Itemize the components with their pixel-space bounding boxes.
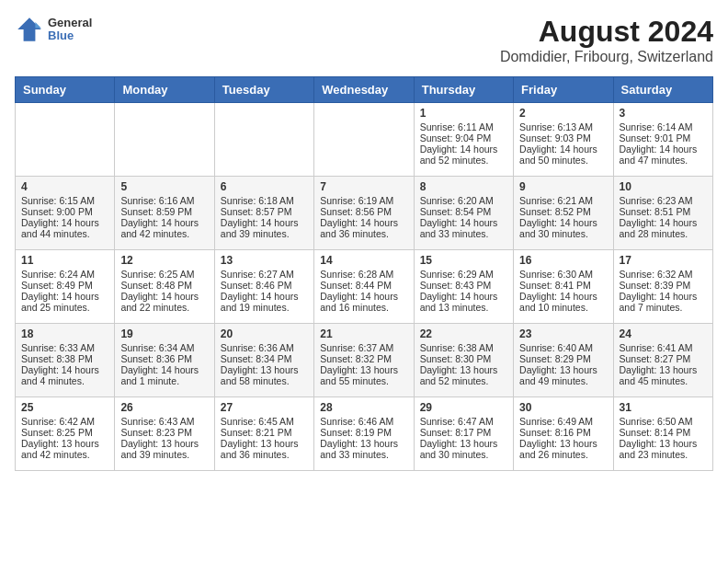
day-info: Daylight: 13 hours and 55 minutes.	[320, 364, 407, 386]
header-day: Monday	[115, 77, 214, 103]
day-info: Sunset: 9:00 PM	[21, 206, 108, 217]
day-info: Sunrise: 6:37 AM	[320, 342, 407, 353]
day-number: 4	[21, 180, 108, 193]
day-info: Sunset: 8:51 PM	[620, 206, 707, 217]
day-number: 26	[120, 401, 208, 414]
day-info: Sunset: 8:46 PM	[221, 280, 308, 291]
day-number: 8	[420, 180, 507, 193]
day-info: Sunrise: 6:15 AM	[21, 195, 108, 206]
calendar-cell: 13Sunrise: 6:27 AMSunset: 8:46 PMDayligh…	[214, 250, 313, 324]
calendar-week-row: 4Sunrise: 6:15 AMSunset: 9:00 PMDaylight…	[16, 177, 713, 250]
calendar-cell: 21Sunrise: 6:37 AMSunset: 8:32 PMDayligh…	[314, 324, 414, 397]
day-info: Sunset: 8:49 PM	[21, 280, 108, 291]
day-info: Sunset: 8:30 PM	[420, 353, 507, 364]
day-number: 16	[519, 254, 607, 267]
day-number: 30	[519, 401, 607, 414]
header-day: Thursday	[414, 77, 513, 103]
header-day: Wednesday	[314, 77, 414, 103]
day-info: Sunset: 8:41 PM	[519, 280, 607, 291]
calendar-cell: 31Sunrise: 6:50 AMSunset: 8:14 PMDayligh…	[613, 397, 712, 471]
day-info: Sunset: 8:54 PM	[420, 206, 507, 217]
day-number: 17	[620, 254, 707, 267]
day-number: 23	[519, 327, 607, 340]
day-info: Sunrise: 6:32 AM	[620, 269, 707, 280]
calendar-cell: 6Sunrise: 6:18 AMSunset: 8:57 PMDaylight…	[214, 177, 313, 250]
header-day: Friday	[514, 77, 613, 103]
day-number: 11	[21, 254, 108, 267]
day-info: Sunrise: 6:19 AM	[320, 195, 407, 206]
day-number: 27	[221, 401, 308, 414]
calendar-cell: 16Sunrise: 6:30 AMSunset: 8:41 PMDayligh…	[514, 250, 613, 324]
day-info: Daylight: 14 hours and 36 minutes.	[320, 217, 407, 239]
day-info: Sunrise: 6:38 AM	[420, 342, 507, 353]
day-info: Sunrise: 6:34 AM	[120, 342, 208, 353]
day-number: 15	[420, 254, 507, 267]
day-info: Sunset: 8:36 PM	[120, 353, 208, 364]
day-info: Sunset: 8:57 PM	[221, 206, 308, 217]
day-info: Sunrise: 6:18 AM	[221, 195, 308, 206]
day-info: Sunrise: 6:14 AM	[620, 121, 707, 132]
day-info: Sunset: 8:32 PM	[320, 353, 407, 364]
calendar-cell: 18Sunrise: 6:33 AMSunset: 8:38 PMDayligh…	[16, 324, 115, 397]
calendar-cell: 12Sunrise: 6:25 AMSunset: 8:48 PMDayligh…	[115, 250, 214, 324]
day-info: Sunrise: 6:25 AM	[120, 269, 208, 280]
svg-marker-1	[35, 22, 40, 28]
day-info: Sunrise: 6:50 AM	[620, 416, 707, 427]
day-info: Daylight: 14 hours and 52 minutes.	[420, 144, 507, 166]
day-info: Daylight: 13 hours and 42 minutes.	[21, 438, 108, 460]
calendar-week-row: 11Sunrise: 6:24 AMSunset: 8:49 PMDayligh…	[16, 250, 713, 324]
calendar-cell: 11Sunrise: 6:24 AMSunset: 8:49 PMDayligh…	[16, 250, 115, 324]
day-info: Daylight: 13 hours and 30 minutes.	[420, 438, 507, 460]
day-info: Sunset: 8:39 PM	[620, 280, 707, 291]
calendar-cell: 23Sunrise: 6:40 AMSunset: 8:29 PMDayligh…	[514, 324, 613, 397]
day-number: 25	[21, 401, 108, 414]
day-info: Sunset: 8:48 PM	[120, 280, 208, 291]
subtitle: Domdidier, Fribourg, Switzerland	[500, 49, 713, 65]
header-day: Sunday	[16, 77, 115, 103]
calendar-cell: 24Sunrise: 6:41 AMSunset: 8:27 PMDayligh…	[613, 324, 712, 397]
day-info: Sunset: 9:03 PM	[519, 132, 607, 144]
calendar-cell: 22Sunrise: 6:38 AMSunset: 8:30 PMDayligh…	[414, 324, 513, 397]
logo-general: General	[48, 17, 92, 29]
svg-marker-0	[17, 17, 41, 41]
day-info: Daylight: 13 hours and 39 minutes.	[120, 438, 208, 460]
day-number: 29	[420, 401, 507, 414]
day-info: Sunset: 8:44 PM	[320, 280, 407, 291]
day-info: Sunset: 8:14 PM	[620, 427, 707, 438]
day-info: Daylight: 13 hours and 52 minutes.	[420, 364, 507, 386]
day-info: Daylight: 13 hours and 33 minutes.	[320, 438, 407, 460]
day-info: Sunrise: 6:23 AM	[620, 195, 707, 206]
calendar-cell: 5Sunrise: 6:16 AMSunset: 8:59 PMDaylight…	[115, 177, 214, 250]
calendar-cell: 26Sunrise: 6:43 AMSunset: 8:23 PMDayligh…	[115, 397, 214, 471]
logo-text: General Blue	[48, 17, 92, 43]
day-info: Sunset: 8:38 PM	[21, 353, 108, 364]
day-number: 22	[420, 327, 507, 340]
day-number: 20	[221, 327, 308, 340]
day-info: Daylight: 14 hours and 30 minutes.	[519, 217, 607, 239]
day-number: 31	[620, 401, 707, 414]
day-info: Sunset: 8:25 PM	[21, 427, 108, 438]
calendar-week-row: 1Sunrise: 6:11 AMSunset: 9:04 PMDaylight…	[16, 103, 713, 177]
day-number: 18	[21, 327, 108, 340]
day-info: Sunset: 8:21 PM	[221, 427, 308, 438]
day-info: Daylight: 14 hours and 22 minutes.	[120, 291, 208, 313]
calendar-cell: 3Sunrise: 6:14 AMSunset: 9:01 PMDaylight…	[613, 103, 712, 177]
calendar-week-row: 18Sunrise: 6:33 AMSunset: 8:38 PMDayligh…	[16, 324, 713, 397]
day-info: Sunset: 8:34 PM	[221, 353, 308, 364]
day-number: 12	[120, 254, 208, 267]
day-number: 2	[519, 107, 607, 120]
day-info: Daylight: 13 hours and 23 minutes.	[620, 438, 707, 460]
day-number: 13	[221, 254, 308, 267]
day-number: 3	[620, 107, 707, 120]
calendar-cell: 10Sunrise: 6:23 AMSunset: 8:51 PMDayligh…	[613, 177, 712, 250]
day-info: Daylight: 14 hours and 47 minutes.	[620, 144, 707, 166]
day-info: Daylight: 14 hours and 16 minutes.	[320, 291, 407, 313]
day-info: Daylight: 14 hours and 44 minutes.	[21, 217, 108, 239]
day-number: 1	[420, 107, 507, 120]
day-info: Daylight: 14 hours and 4 minutes.	[21, 364, 108, 386]
day-number: 10	[620, 180, 707, 193]
day-info: Sunrise: 6:40 AM	[519, 342, 607, 353]
header-day: Saturday	[613, 77, 712, 103]
calendar-cell: 29Sunrise: 6:47 AMSunset: 8:17 PMDayligh…	[414, 397, 513, 471]
day-info: Sunrise: 6:24 AM	[21, 269, 108, 280]
